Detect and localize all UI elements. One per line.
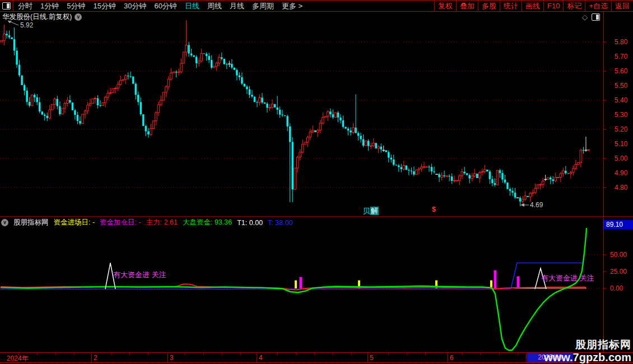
down-candle [16, 50, 18, 64]
dollar-marker: $ [432, 205, 436, 213]
entry-signal-bar [295, 281, 297, 288]
add-position-signal-bar [300, 277, 302, 288]
up-candle [542, 181, 544, 185]
up-candle [62, 108, 64, 114]
up-candle [49, 110, 51, 118]
down-candle [411, 171, 413, 171]
up-candle [89, 104, 91, 105]
price-axis-label: 5.70 [615, 53, 627, 60]
down-candle [332, 114, 334, 118]
up-candle [124, 76, 127, 80]
indicator-header-item-3: 主力: 2.61 [146, 218, 178, 227]
down-candle [266, 104, 268, 108]
date-separator [448, 353, 448, 362]
down-candle [188, 45, 190, 53]
chevron-down-icon[interactable]: ∨ [1, 219, 8, 226]
up-candle [578, 162, 580, 164]
indicator-header-item-2: 资金加仓日: - [100, 218, 141, 227]
up-candle [352, 128, 355, 133]
date-tick [74, 353, 75, 355]
indicator-header-item-1: 资金进场日: - [54, 218, 95, 227]
up-candle [416, 170, 418, 174]
down-candle [289, 127, 291, 142]
up-candle [532, 193, 534, 193]
up-candle [3, 34, 5, 40]
up-candle [588, 150, 590, 150]
down-candle [196, 57, 198, 63]
up-candle [178, 72, 180, 72]
date-tick [111, 353, 111, 355]
up-candle [102, 102, 104, 105]
down-candle [413, 171, 415, 175]
up-candle [160, 100, 162, 105]
up-candle [461, 172, 463, 176]
date-tick [518, 353, 518, 355]
down-candle [251, 95, 253, 96]
beijie-marker: 贝解 [363, 206, 379, 216]
down-candle [552, 179, 555, 181]
date-tick [333, 353, 333, 355]
down-candle [41, 111, 43, 115]
up-candle [259, 97, 261, 102]
down-candle [241, 77, 243, 83]
price-axis-label: 5.10 [615, 140, 627, 148]
down-candle [140, 102, 142, 114]
down-candle [57, 99, 59, 106]
up-candle [183, 52, 185, 63]
down-candle [97, 98, 99, 105]
down-candle [99, 105, 101, 106]
up-candle [547, 178, 549, 179]
down-candle [362, 139, 365, 146]
date-tick [55, 353, 56, 355]
up-candle [557, 178, 560, 178]
up-candle [319, 123, 322, 130]
price-axis-label: 5.80 [615, 38, 627, 46]
down-candle [486, 170, 488, 171]
date-tick [407, 353, 407, 355]
down-candle [127, 76, 129, 76]
indicator-header-item-5: T1: 0.00 [237, 219, 263, 227]
down-candle [360, 136, 362, 139]
up-candle [537, 185, 539, 189]
indicator-value-box: 89.10 [604, 220, 633, 229]
down-candle [380, 147, 383, 150]
up-candle [104, 97, 106, 103]
up-candle [122, 80, 124, 81]
down-candle [448, 176, 450, 176]
down-candle [286, 116, 288, 126]
down-candle [44, 115, 46, 116]
indicator-header-item-6: T: 38.00 [268, 219, 292, 227]
up-candle [167, 79, 170, 87]
down-candle [398, 165, 400, 167]
down-candle [337, 113, 339, 118]
date-tick [203, 353, 204, 355]
up-candle [87, 105, 89, 111]
up-candle [421, 167, 423, 169]
down-candle [355, 128, 357, 133]
split-pane-icon[interactable] [592, 13, 600, 21]
down-candle [284, 115, 286, 116]
down-candle [69, 100, 71, 102]
price-axis-label: 5.40 [615, 96, 627, 104]
down-candle [499, 170, 501, 173]
down-candle [135, 84, 137, 95]
down-candle [329, 111, 332, 114]
up-candle [216, 63, 218, 67]
down-candle [367, 141, 370, 146]
date-tick [240, 353, 241, 355]
down-candle [59, 106, 61, 114]
up-candle [575, 165, 577, 169]
up-candle [119, 81, 122, 85]
up-candle [456, 180, 458, 181]
down-candle [504, 180, 506, 183]
up-candle [496, 170, 499, 185]
up-candle [309, 132, 311, 137]
chevron-down-icon[interactable]: ∨ [75, 13, 82, 21]
down-candle [519, 198, 522, 202]
down-candle [6, 34, 8, 35]
down-candle [476, 174, 478, 178]
down-candle [211, 60, 213, 68]
date-tick [351, 353, 352, 355]
down-candle [388, 152, 390, 158]
diamond-icon[interactable]: ◇ [582, 13, 588, 21]
